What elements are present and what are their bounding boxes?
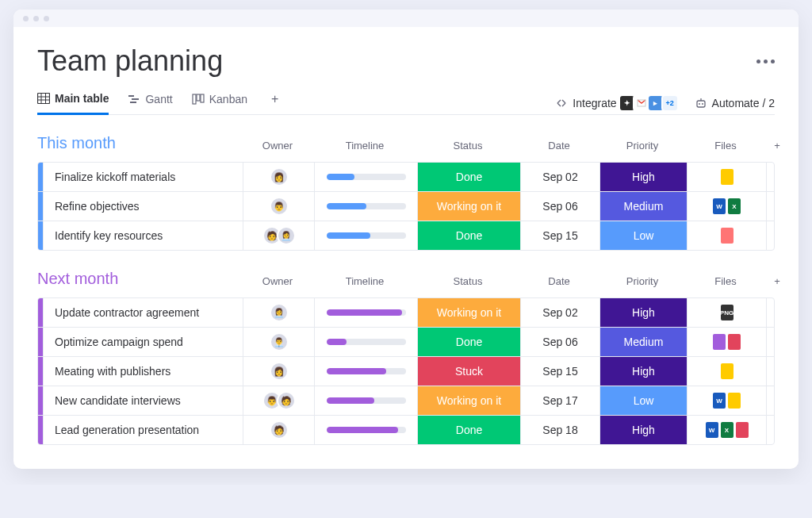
column-header-priority[interactable]: Priority	[599, 140, 686, 156]
files-cell[interactable]: PNG	[687, 298, 766, 327]
column-header-files[interactable]: Files	[686, 275, 765, 292]
date-cell[interactable]: Sep 18	[520, 416, 599, 444]
column-header-owner[interactable]: Owner	[242, 140, 313, 156]
file-icon[interactable]: X	[728, 198, 741, 214]
file-icon[interactable]: W	[713, 393, 726, 409]
task-name-cell[interactable]: Lead generation presentation	[43, 416, 243, 444]
column-header-owner[interactable]: Owner	[242, 275, 313, 292]
column-header-status[interactable]: Status	[416, 140, 519, 156]
date-cell[interactable]: Sep 02	[520, 298, 599, 327]
status-cell[interactable]: Done	[417, 416, 520, 444]
priority-cell[interactable]: Low	[599, 386, 687, 415]
owner-cell[interactable]: 🧑👩‍💼	[243, 221, 314, 250]
files-cell[interactable]	[687, 328, 766, 356]
status-cell[interactable]: Working on it	[417, 386, 520, 415]
more-menu-button[interactable]	[756, 59, 775, 63]
owner-cell[interactable]: 🧑	[243, 416, 314, 444]
status-cell[interactable]: Stuck	[417, 357, 520, 386]
task-name-cell[interactable]: Optimize campaign spend	[43, 328, 243, 356]
task-name-cell[interactable]: Refine objectives	[43, 192, 243, 221]
timeline-cell[interactable]	[314, 192, 417, 221]
avatar[interactable]: 👨‍💼	[270, 332, 289, 351]
column-header-priority[interactable]: Priority	[599, 275, 686, 292]
file-icon[interactable]: PNG	[721, 305, 733, 320]
priority-cell[interactable]: High	[599, 163, 687, 191]
files-cell[interactable]: WX	[687, 416, 766, 444]
file-icon[interactable]: X	[721, 422, 733, 438]
task-name-cell[interactable]: Finalize kickoff materials	[43, 163, 243, 191]
date-cell[interactable]: Sep 02	[520, 163, 599, 191]
integrate-button[interactable]: Integrate ✦ ▸ +2	[555, 94, 678, 112]
file-icon[interactable]	[728, 334, 741, 350]
avatar[interactable]: 👩	[270, 167, 289, 186]
file-icon[interactable]	[721, 363, 733, 379]
priority-cell[interactable]: High	[599, 416, 687, 444]
timeline-cell[interactable]	[314, 416, 417, 444]
priority-cell[interactable]: High	[599, 357, 687, 386]
column-header-timeline[interactable]: Timeline	[313, 140, 416, 156]
avatar[interactable]: 👩‍💼	[277, 226, 296, 245]
task-name-cell[interactable]: Identify key resources	[43, 221, 243, 250]
file-icon[interactable]: W	[713, 198, 726, 214]
avatar[interactable]: 👩‍💼	[270, 303, 289, 322]
owner-cell[interactable]: 👨	[243, 192, 314, 221]
avatar[interactable]: 👩	[270, 362, 289, 381]
group-title[interactable]: This month	[37, 134, 242, 152]
status-cell[interactable]: Working on it	[417, 298, 520, 327]
tab-kanban[interactable]: Kanban	[192, 93, 247, 113]
column-header-date[interactable]: Date	[519, 275, 599, 292]
date-cell[interactable]: Sep 06	[520, 328, 599, 356]
status-cell[interactable]: Working on it	[417, 192, 520, 221]
files-cell[interactable]	[687, 357, 766, 386]
priority-cell[interactable]: High	[599, 298, 687, 327]
column-header-files[interactable]: Files	[686, 140, 765, 156]
timeline-cell[interactable]	[314, 221, 417, 250]
file-icon[interactable]	[728, 393, 741, 409]
avatar[interactable]: 🧑	[277, 391, 296, 410]
add-column-button[interactable]: +	[765, 140, 789, 156]
task-name-cell[interactable]: New candidate interviews	[43, 386, 243, 415]
automate-button[interactable]: Automate / 2	[695, 97, 775, 109]
avatar[interactable]: 👨	[270, 197, 289, 216]
date-cell[interactable]: Sep 06	[520, 192, 599, 221]
column-header-date[interactable]: Date	[519, 140, 599, 156]
file-icon[interactable]	[736, 422, 749, 438]
add-column-button[interactable]: +	[765, 275, 789, 292]
add-view-button[interactable]: +	[266, 92, 283, 114]
files-cell[interactable]: W	[687, 386, 766, 415]
owner-cell[interactable]: 👩‍💼	[243, 298, 314, 327]
date-cell[interactable]: Sep 17	[520, 386, 599, 415]
timeline-cell[interactable]	[314, 163, 417, 191]
files-cell[interactable]	[687, 221, 766, 250]
priority-cell[interactable]: Low	[599, 221, 687, 250]
owner-cell[interactable]: 👩	[243, 357, 314, 386]
file-icon[interactable]	[713, 334, 726, 350]
tab-gantt[interactable]: Gantt	[128, 93, 172, 113]
file-icon[interactable]: W	[706, 422, 718, 438]
status-cell[interactable]: Done	[417, 221, 520, 250]
timeline-cell[interactable]	[314, 328, 417, 356]
priority-cell[interactable]: Medium	[599, 328, 687, 356]
timeline-cell[interactable]	[314, 386, 417, 415]
task-name-cell[interactable]: Meating with publishers	[43, 357, 243, 386]
owner-cell[interactable]: 👨🧑	[243, 386, 314, 415]
owner-cell[interactable]: 👩	[243, 163, 314, 191]
tab-main-table[interactable]: Main table	[37, 92, 109, 115]
owner-cell[interactable]: 👨‍💼	[243, 328, 314, 356]
files-cell[interactable]: WX	[687, 192, 766, 221]
task-name-cell[interactable]: Update contractor agreement	[43, 298, 243, 327]
column-header-status[interactable]: Status	[416, 275, 519, 292]
priority-cell[interactable]: Medium	[599, 192, 687, 221]
file-icon[interactable]	[721, 228, 733, 244]
group-title[interactable]: Next month	[37, 270, 242, 288]
date-cell[interactable]: Sep 15	[520, 221, 599, 250]
status-cell[interactable]: Done	[417, 328, 520, 356]
timeline-cell[interactable]	[314, 298, 417, 327]
file-icon[interactable]	[721, 169, 733, 185]
avatar[interactable]: 🧑	[270, 420, 289, 439]
files-cell[interactable]	[687, 163, 766, 191]
column-header-timeline[interactable]: Timeline	[313, 275, 416, 292]
date-cell[interactable]: Sep 15	[520, 357, 599, 386]
timeline-cell[interactable]	[314, 357, 417, 386]
status-cell[interactable]: Done	[417, 163, 520, 191]
